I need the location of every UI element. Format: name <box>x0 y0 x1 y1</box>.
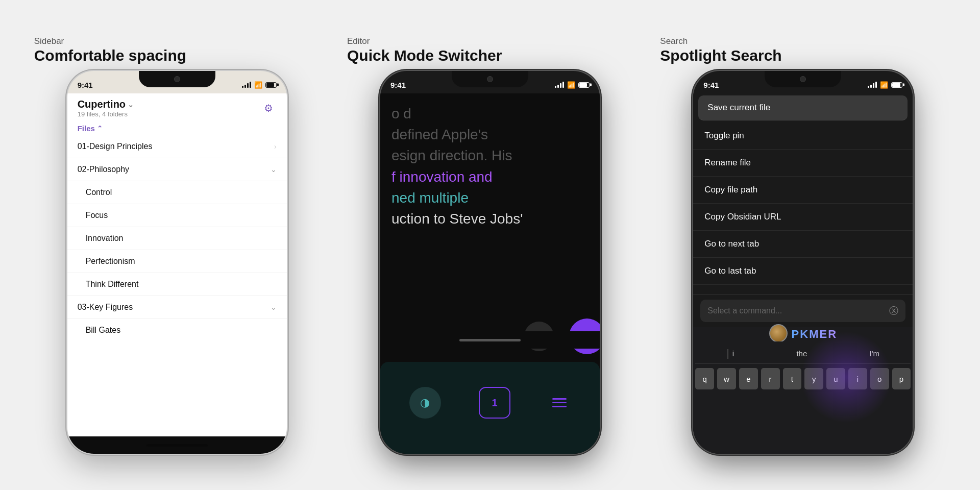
vault-title[interactable]: Cupertino ⌄ <box>78 99 134 110</box>
sub-file-name: Innovation <box>86 234 124 243</box>
clear-icon[interactable]: ⓧ <box>889 305 898 317</box>
chevron-right-icon: › <box>274 142 277 151</box>
home-indicator-2 <box>380 331 600 349</box>
panel3-title: Spotlight Search <box>660 46 781 65</box>
sub-file-name: Control <box>86 188 112 197</box>
time-3: 9:41 <box>703 81 719 89</box>
status-icons-2: 📶 <box>555 81 590 89</box>
key-p[interactable]: p <box>892 368 911 389</box>
phone-3: 9:41 📶 Save current file <box>693 71 913 454</box>
list-item[interactable]: Perfectionism <box>67 250 287 273</box>
key-y[interactable]: y <box>804 368 823 389</box>
sub-file-name: Focus <box>86 211 108 220</box>
battery-icon-1 <box>265 82 277 88</box>
command-item[interactable]: Toggle pin <box>693 122 913 150</box>
list-item[interactable]: Focus <box>67 204 287 227</box>
command-label: Copy file path <box>704 185 757 194</box>
keyboard: | i the I'm q w <box>693 341 913 454</box>
editor-line: uction to Steve Jobs' <box>391 209 589 229</box>
command-item[interactable]: Copy Obsidian URL <box>693 204 913 231</box>
status-icons-1: 📶 <box>242 81 277 89</box>
battery-icon-3 <box>891 82 902 88</box>
command-item[interactable]: Copy file path <box>693 177 913 204</box>
camera-1 <box>174 76 180 82</box>
mode-panel: ◑ 1 <box>380 362 600 454</box>
panel-editor: Editor Quick Mode Switcher 9:41 📶 <box>342 36 638 454</box>
editor-line: f innovation and <box>391 167 589 187</box>
panel2-title: Quick Mode Switcher <box>347 46 502 65</box>
command-item[interactable]: Go to last tab <box>693 258 913 285</box>
signal-icon-2 <box>555 82 564 88</box>
files-sort-icon: ⌃ <box>97 125 103 132</box>
sub-file-name: Perfectionism <box>86 257 135 266</box>
list-item[interactable]: Innovation <box>67 227 287 250</box>
panel3-category: Search <box>660 36 781 46</box>
vault-name: Cupertino ⌄ 19 files, 4 folders <box>78 99 134 118</box>
suggestion-text: i <box>732 349 734 358</box>
wifi-icon-2: 📶 <box>567 81 575 89</box>
home-bar-1 <box>146 444 208 447</box>
vault-subtitle: 19 files, 4 folders <box>78 110 134 118</box>
wifi-icon-1: 📶 <box>254 81 262 89</box>
editor-text-area[interactable]: o d defined Apple's esign direction. His… <box>380 93 600 331</box>
home-indicator-1 <box>67 436 287 454</box>
key-i[interactable]: i <box>848 368 867 389</box>
panel-search: Search Spotlight Search 9:41 📶 <box>655 36 951 454</box>
mode-badge-button[interactable]: 1 <box>479 387 510 419</box>
editor-line: defined Apple's <box>391 125 589 144</box>
panel1-title: Comfortable spacing <box>34 46 186 65</box>
arc-icon: ◑ <box>420 396 430 409</box>
mode-option-1[interactable]: ◑ <box>409 387 441 419</box>
command-label: Copy Obsidian URL <box>704 212 781 222</box>
command-label: Go to last tab <box>704 266 756 276</box>
sub-file-name: Bill Gates <box>86 326 120 335</box>
notch-1 <box>139 71 215 87</box>
key-u[interactable]: u <box>826 368 845 389</box>
vault-chevron-icon: ⌄ <box>128 101 134 109</box>
list-item[interactable]: 01-Design Principles › <box>67 135 287 158</box>
search-placeholder: Select a command... <box>707 306 782 315</box>
files-label[interactable]: Files ⌃ <box>78 124 277 133</box>
suggestion-text: the <box>796 349 807 358</box>
list-item[interactable]: Bill Gates <box>67 318 287 341</box>
main-container: Sidebar Comfortable spacing 9:41 📶 <box>0 0 980 490</box>
key-e[interactable]: e <box>739 368 758 389</box>
editor-screen: o d defined Apple's esign direction. His… <box>380 93 600 454</box>
command-label: Go to next tab <box>704 239 759 249</box>
hamburger-button[interactable] <box>548 394 571 411</box>
list-item[interactable]: 03-Key Figures ⌄ <box>67 296 287 318</box>
command-item[interactable]: Go to next tab <box>693 231 913 258</box>
panel-sidebar: Sidebar Comfortable spacing 9:41 📶 <box>29 36 325 454</box>
gear-button[interactable]: ⚙ <box>260 100 277 116</box>
time-1: 9:41 <box>78 81 93 89</box>
list-item[interactable]: 02-Philosophy ⌄ <box>67 158 287 181</box>
key-r[interactable]: r <box>761 368 780 389</box>
search-input-field[interactable]: Select a command... ⓧ <box>700 300 905 322</box>
suggestion-item[interactable]: the <box>796 348 807 359</box>
home-bar-2 <box>459 339 521 341</box>
file-list: 01-Design Principles › 02-Philosophy ⌄ C… <box>67 135 287 436</box>
folder-name: 03-Key Figures <box>78 303 133 312</box>
key-w[interactable]: w <box>717 368 736 389</box>
signal-icon-3 <box>868 82 877 88</box>
wifi-icon-3: 📶 <box>880 81 888 89</box>
file-name: 01-Design Principles <box>78 142 153 151</box>
suggestion-item[interactable]: | i <box>726 348 734 359</box>
key-t[interactable]: t <box>783 368 802 389</box>
panel3-label: Search Spotlight Search <box>655 36 781 65</box>
suggestion-item[interactable]: I'm <box>870 348 880 359</box>
command-label: Save current file <box>707 103 770 112</box>
list-item[interactable]: Think Different <box>67 273 287 296</box>
notch-2 <box>452 71 528 87</box>
key-q[interactable]: q <box>695 368 714 389</box>
command-label: Rename file <box>704 158 751 167</box>
sidebar-screen: Cupertino ⌄ 19 files, 4 folders ⚙ Files … <box>67 93 287 454</box>
phone-2: 9:41 📶 o d defined Apple's esign directi… <box>380 71 600 454</box>
key-o[interactable]: o <box>870 368 889 389</box>
command-item-active[interactable]: Save current file <box>698 95 908 120</box>
list-item[interactable]: Control <box>67 181 287 204</box>
panel2-category: Editor <box>347 36 502 46</box>
search-screen: Save current file Toggle pin Rename file… <box>693 93 913 454</box>
expand-icon: ⌄ <box>271 165 277 174</box>
command-item[interactable]: Rename file <box>693 150 913 177</box>
